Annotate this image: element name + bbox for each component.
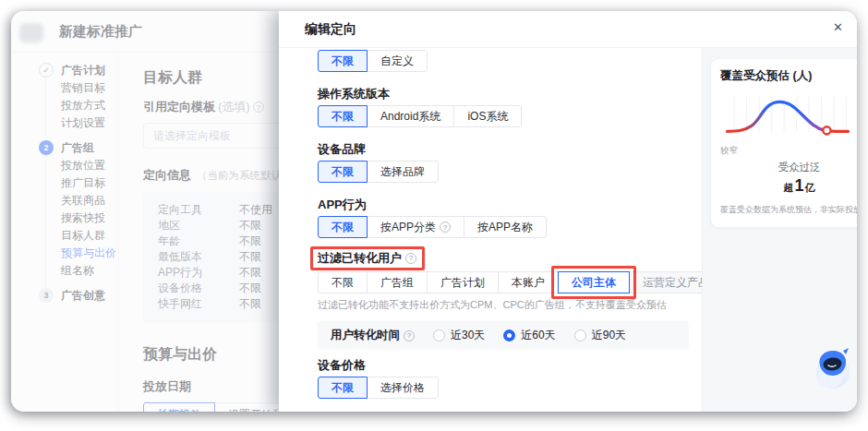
os-ios-button[interactable]: iOS系统 xyxy=(453,105,522,127)
modal-title: 编辑定向 xyxy=(305,21,356,38)
estimate-title: 覆盖受众预估 (人) xyxy=(720,68,857,84)
chart-axis-labels: 较窄 过泛 xyxy=(720,145,857,157)
filter-ad-plan-button[interactable]: 广告计划 xyxy=(427,271,499,293)
age-unlimited-button[interactable]: 不限 xyxy=(318,50,368,72)
axis-narrow-label: 较窄 xyxy=(720,145,738,157)
radio-icon xyxy=(433,329,445,341)
app-window: 新建标准推广 ✓ 广告计划 营销目标 投放方式 计划设置 2 广告组 投放位置 … xyxy=(11,11,857,412)
close-icon[interactable]: ✕ xyxy=(833,21,843,33)
brand-unlimited-button[interactable]: 不限 xyxy=(318,161,368,183)
info-icon[interactable]: ? xyxy=(405,253,416,264)
brand-select-button[interactable]: 选择品牌 xyxy=(367,161,439,183)
age-group: 不限 自定义 xyxy=(318,50,689,72)
app-unlimited-button[interactable]: 不限 xyxy=(318,216,368,238)
estimate-disclaimer: 覆盖受众数据为系统预估，非实际投放效果 xyxy=(720,204,857,216)
app-behavior-label: APP行为 xyxy=(318,198,367,210)
targeting-form: 不限 自定义 操作系统版本 不限 Android系统 iOS系统 设备品牌 xyxy=(279,48,702,412)
filter-converted-group: 过滤已转化用户 ? 不限 广告组 广告计划 本账户 公司主体 xyxy=(318,249,689,312)
radio-90-days[interactable]: 近90天 xyxy=(574,328,626,343)
filter-converted-label: 过滤已转化用户 ? xyxy=(318,252,416,264)
filter-product-name-button[interactable]: 运营定义产品名 ? xyxy=(629,271,702,293)
age-custom-button[interactable]: 自定义 xyxy=(367,50,428,72)
audience-status: 受众过泛 xyxy=(720,161,857,174)
modal-header: 编辑定向 ✕ xyxy=(279,11,857,48)
os-android-button[interactable]: Android系统 xyxy=(367,105,454,127)
device-price-group: 设备价格 不限 选择价格 xyxy=(318,350,689,399)
price-unlimited-button[interactable]: 不限 xyxy=(318,377,368,399)
info-icon[interactable]: ? xyxy=(404,330,415,341)
brand-label: 设备品牌 xyxy=(318,143,366,155)
conversion-time-group: 用户转化时间 ? 近30天 近60天 近90天 xyxy=(318,321,689,350)
network-group: 网络环境 不限 Wi-Fi 移动网络 xyxy=(318,405,689,412)
price-select-button[interactable]: 选择价格 xyxy=(367,377,439,399)
brand-group: 设备品牌 不限 选择品牌 xyxy=(318,134,689,183)
modal-body: 不限 自定义 操作系统版本 不限 Android系统 iOS系统 设备品牌 xyxy=(279,48,857,412)
customer-service-mascot-icon[interactable] xyxy=(813,345,855,391)
bell-curve-chart xyxy=(720,91,857,143)
curve-marker-icon xyxy=(823,126,830,134)
audience-value: 超1亿 xyxy=(720,176,857,196)
os-label: 操作系统版本 xyxy=(318,88,390,100)
edit-targeting-modal: 编辑定向 ✕ 不限 自定义 操作系统版本 不限 Android系统 iOS系统 xyxy=(279,11,857,412)
filter-note: 过滤已转化功能不支持出价方式为CPM、CPC的广告组，不支持覆盖受众预估 xyxy=(318,298,689,312)
audience-estimate-card: 覆盖受众预估 (人) xyxy=(711,59,857,227)
radio-icon xyxy=(574,329,586,341)
device-price-label: 设备价格 xyxy=(318,359,366,371)
app-by-name-button[interactable]: 按APP名称 xyxy=(464,216,547,238)
radio-selected-icon xyxy=(503,329,515,341)
conversion-time-label: 用户转化时间 ? xyxy=(331,328,415,343)
app-by-category-button[interactable]: 按APP分类 ? xyxy=(367,216,464,238)
radio-60-days[interactable]: 近60天 xyxy=(503,328,555,343)
info-icon: ? xyxy=(440,221,451,233)
filter-company-entity-button[interactable]: 公司主体 xyxy=(558,271,630,293)
app-behavior-group: APP行为 不限 按APP分类 ? 按APP名称 xyxy=(318,189,689,238)
filter-account-button[interactable]: 本账户 xyxy=(498,271,559,293)
filter-unlimited-button[interactable]: 不限 xyxy=(318,271,368,293)
os-unlimited-button[interactable]: 不限 xyxy=(318,105,368,127)
os-group: 操作系统版本 不限 Android系统 iOS系统 xyxy=(318,78,689,127)
filter-ad-group-button[interactable]: 广告组 xyxy=(367,271,428,293)
radio-30-days[interactable]: 近30天 xyxy=(433,328,485,343)
